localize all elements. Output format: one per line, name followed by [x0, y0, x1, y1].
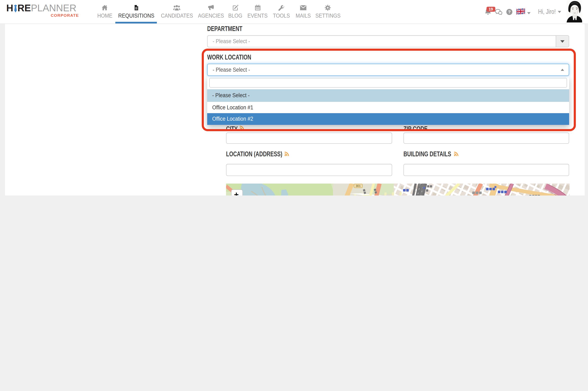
svg-text:301: 301: [355, 184, 360, 188]
svg-text:?: ?: [508, 9, 511, 14]
